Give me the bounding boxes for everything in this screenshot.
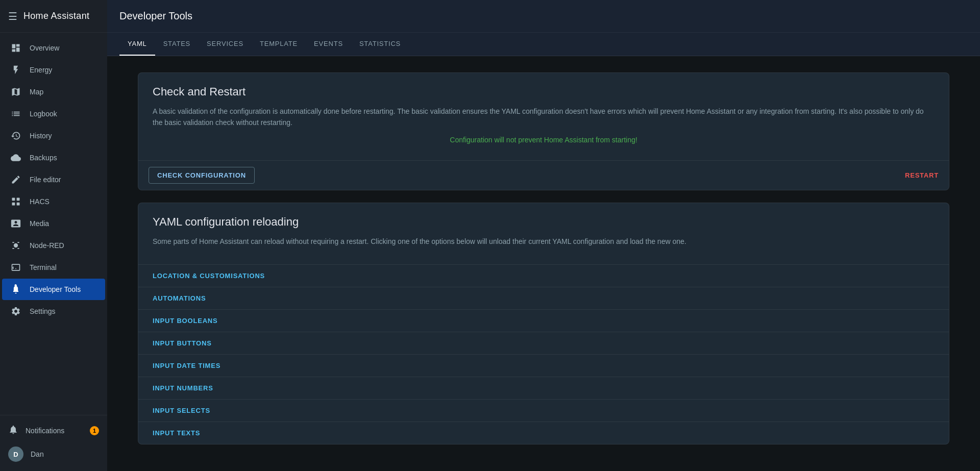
developer-tools-icon (10, 284, 21, 295)
check-restart-card: Check and Restart A basic validation of … (138, 72, 949, 190)
sidebar: ☰ Home Assistant Overview Energy Map (0, 0, 107, 471)
sidebar-item-settings[interactable]: Settings (2, 301, 105, 322)
sidebar-item-backups[interactable]: Backups (2, 147, 105, 168)
check-configuration-button[interactable]: CHECK CONFIGURATION (149, 167, 255, 184)
sidebar-label-file-editor: File editor (30, 176, 61, 184)
yaml-reload-card-body: YAML configuration reloading Some parts … (138, 203, 949, 264)
file-editor-icon (10, 174, 21, 185)
sidebar-item-hacs[interactable]: HACS (2, 191, 105, 212)
sidebar-item-history[interactable]: History (2, 125, 105, 146)
app-title: Home Assistant (23, 11, 89, 21)
reload-btn-location-customisations[interactable]: LOCATION & CUSTOMISATIONS (138, 264, 949, 287)
avatar: D (8, 447, 23, 462)
settings-icon (10, 306, 21, 317)
svg-rect-2 (12, 203, 15, 206)
history-icon (10, 130, 21, 141)
sidebar-label-logbook: Logbook (30, 110, 57, 118)
overview-icon (10, 42, 21, 54)
menu-icon[interactable]: ☰ (8, 10, 17, 22)
svg-rect-1 (17, 198, 20, 201)
terminal-icon (10, 262, 21, 273)
sidebar-label-history: History (30, 132, 52, 140)
page-header: Developer Tools (107, 0, 980, 33)
svg-rect-3 (17, 203, 20, 206)
map-icon (10, 86, 21, 97)
tab-states[interactable]: STATES (155, 33, 199, 56)
reload-btn-input-texts[interactable]: INPUT TEXTS (138, 422, 949, 444)
notifications-label: Notifications (26, 427, 64, 435)
sidebar-label-node-red: Node-RED (30, 241, 64, 250)
logbook-icon (10, 108, 21, 119)
sidebar-item-media[interactable]: Media (2, 213, 105, 234)
tab-events[interactable]: EVENTS (306, 33, 351, 56)
check-restart-description: A basic validation of the configuration … (153, 106, 935, 129)
sidebar-label-map: Map (30, 88, 43, 96)
config-warning-text: Configuration will not prevent Home Assi… (153, 136, 935, 144)
content-area: Check and Restart A basic validation of … (107, 56, 980, 471)
reload-btn-input-date-times[interactable]: INPUT DATE TIMES (138, 354, 949, 377)
hacs-icon (10, 196, 21, 207)
sidebar-item-developer-tools[interactable]: Developer Tools (2, 279, 105, 300)
tab-statistics[interactable]: STATISTICS (351, 33, 409, 56)
notifications-item[interactable]: Notifications 1 (0, 419, 107, 441)
sidebar-label-media: Media (30, 219, 49, 228)
sidebar-header: ☰ Home Assistant (0, 0, 107, 33)
sidebar-item-logbook[interactable]: Logbook (2, 103, 105, 125)
energy-icon (10, 64, 21, 76)
tab-template[interactable]: TEMPLATE (252, 33, 306, 56)
user-label: Dan (31, 450, 44, 458)
user-item[interactable]: D Dan (0, 441, 107, 467)
sidebar-label-terminal: Terminal (30, 263, 57, 271)
sidebar-label-backups: Backups (30, 154, 57, 162)
restart-button[interactable]: RESTART (905, 171, 939, 179)
sidebar-label-hacs: HACS (30, 197, 50, 206)
tab-yaml[interactable]: YAML (119, 33, 155, 56)
check-restart-actions: CHECK CONFIGURATION RESTART (138, 160, 949, 190)
svg-rect-0 (12, 198, 15, 201)
notifications-icon (8, 425, 18, 436)
sidebar-item-node-red[interactable]: Node-RED (2, 235, 105, 256)
reload-btn-automations[interactable]: AUTOMATIONS (138, 287, 949, 309)
yaml-reload-card: YAML configuration reloading Some parts … (138, 203, 949, 444)
notifications-badge: 1 (90, 426, 99, 435)
reload-btn-input-buttons[interactable]: INPUT BUTTONS (138, 332, 949, 354)
sidebar-label-developer-tools: Developer Tools (30, 285, 81, 293)
reload-btn-input-selects[interactable]: INPUT SELECTS (138, 399, 949, 422)
tab-services[interactable]: SERVICES (199, 33, 252, 56)
sidebar-item-file-editor[interactable]: File editor (2, 169, 105, 190)
node-red-icon (10, 240, 21, 251)
page-title: Developer Tools (119, 10, 192, 22)
media-icon (10, 218, 21, 229)
check-restart-title: Check and Restart (153, 85, 935, 98)
sidebar-label-energy: Energy (30, 66, 52, 74)
reload-btn-input-numbers[interactable]: INPUT NUMBERS (138, 377, 949, 399)
sidebar-item-terminal[interactable]: Terminal (2, 257, 105, 278)
reload-btn-input-booleans[interactable]: INPUT BOOLEANS (138, 309, 949, 332)
sidebar-label-settings: Settings (30, 307, 56, 315)
sidebar-item-map[interactable]: Map (2, 81, 105, 103)
sidebar-label-overview: Overview (30, 44, 59, 52)
tabs-bar: YAML STATES SERVICES TEMPLATE EVENTS STA… (107, 33, 980, 56)
check-restart-card-body: Check and Restart A basic validation of … (138, 73, 949, 160)
yaml-reload-title: YAML configuration reloading (153, 215, 935, 229)
sidebar-bottom: Notifications 1 D Dan (0, 415, 107, 471)
reload-buttons-list: LOCATION & CUSTOMISATIONSAUTOMATIONSINPU… (138, 264, 949, 444)
sidebar-item-overview[interactable]: Overview (2, 37, 105, 59)
yaml-reload-description: Some parts of Home Assistant can reload … (153, 236, 935, 247)
sidebar-item-energy[interactable]: Energy (2, 59, 105, 81)
main-area: Developer Tools YAML STATES SERVICES TEM… (107, 0, 980, 471)
nav-items: Overview Energy Map Logbook (0, 33, 107, 415)
backups-icon (10, 152, 21, 163)
